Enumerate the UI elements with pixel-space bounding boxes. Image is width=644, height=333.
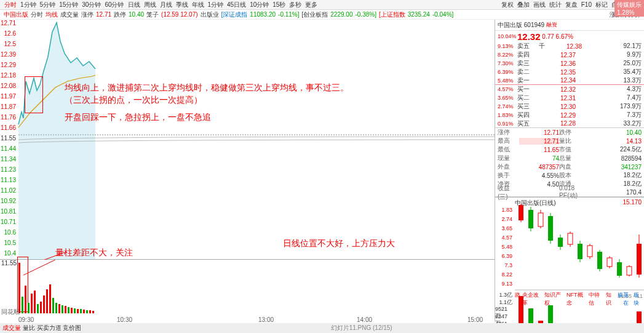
svg-rect-32: [528, 210, 533, 228]
svg-rect-15: [55, 303, 57, 313]
annotation-text-4: 日线位置不大好，上方压力大: [283, 238, 395, 249]
svg-rect-8: [34, 291, 36, 313]
svg-rect-36: [548, 216, 553, 241]
tf-item[interactable]: 1分钟: [20, 1, 36, 9]
tf-item[interactable]: 10分钟: [250, 1, 269, 9]
concept-tags[interactable]: 路 央企改革 知识产权 NFT概念 中特估 知识 媒基在板块: [515, 291, 644, 307]
tf-item[interactable]: 周线: [144, 1, 156, 9]
stock-stats: 涨停12.71跌停10.40 最高12.71量比14.13 最低11.65市值2…: [495, 128, 644, 197]
annotation-text-3: 量柱差距不大，关注: [55, 247, 133, 259]
tf-item[interactable]: 5分钟: [40, 1, 56, 9]
tf-item[interactable]: 多秒: [289, 1, 301, 9]
tab-vol[interactable]: 成交量: [2, 324, 21, 332]
mini-title: 中国出版(日线): [515, 199, 556, 207]
tf-item[interactable]: 30分钟: [82, 1, 101, 9]
svg-rect-26: [89, 310, 91, 313]
order-book: 9.13%卖五千12.3892.1万 8.22%卖四12.379.9万 7.30…: [495, 42, 644, 128]
volume-bars-svg: [0, 260, 495, 315]
sector-tag[interactable]: 传媒娱乐1.28%: [614, 0, 644, 17]
svg-rect-10: [40, 302, 42, 313]
svg-rect-25: [86, 310, 88, 313]
vol-max-label: 11.55: [1, 260, 17, 267]
volume-chart[interactable]: 量柱差距不大，关注 11.55: [0, 260, 495, 315]
bottom-status-bar: 成交量 量比 买卖力道 竞价图 幻灯片11.PNG (12/15): [0, 323, 644, 333]
svg-rect-20: [71, 308, 73, 313]
stock-header: 中国出版 601949 融资 传媒娱乐1.28%: [495, 20, 644, 31]
annotation-text-1: 均线向上，激进捕第二次上穿均线时，稳健做第三次上穿均线，事不过三。: [65, 82, 349, 94]
menu-item[interactable]: 复权: [501, 1, 514, 9]
svg-rect-52: [627, 267, 632, 275]
mini-high: 15.170: [622, 199, 642, 206]
menu-item[interactable]: 叠加: [517, 1, 530, 9]
svg-rect-27: [92, 311, 94, 313]
price-header: 10.04% 12.32 0.77 6.67%: [495, 31, 644, 42]
price-y-axis: 12.71 12.6 12.5 12.39 12.29 12.18 12.08 …: [0, 20, 17, 259]
svg-rect-23: [80, 309, 82, 313]
annotation-box-1: [25, 76, 43, 113]
price-chart[interactable]: 12.71 12.6 12.5 12.39 12.29 12.18 12.08 …: [0, 20, 495, 260]
tf-item[interactable]: 分时: [4, 1, 17, 9]
svg-rect-48: [607, 258, 612, 267]
file-label: 幻灯片11.PNG (12/15): [331, 324, 392, 332]
svg-rect-46: [597, 252, 602, 269]
tf-item[interactable]: 日线: [128, 1, 140, 9]
annotation-box-2: [17, 257, 28, 312]
tab-ratio[interactable]: 量比: [23, 324, 35, 332]
candlestick-svg: [495, 198, 644, 333]
svg-rect-21: [74, 308, 76, 313]
svg-rect-17: [62, 305, 63, 313]
svg-rect-7: [31, 294, 33, 313]
time-axis: 09:30 10:30 13:00 14:00 15:00: [0, 315, 495, 324]
tab-force[interactable]: 买卖力道: [37, 324, 62, 332]
tf-item[interactable]: 60分钟: [105, 1, 124, 9]
tf-item[interactable]: 15秒: [272, 1, 285, 9]
svg-rect-19: [68, 307, 70, 313]
svg-rect-12: [46, 289, 48, 313]
annotation-text-1b: （三次上拐的点，一次比一次提高）: [65, 95, 202, 106]
tab-auction[interactable]: 竞价图: [63, 324, 81, 332]
tf-item[interactable]: 15分钟: [59, 1, 78, 9]
svg-rect-22: [77, 309, 79, 313]
svg-rect-38: [558, 238, 563, 247]
svg-rect-54: [637, 244, 642, 275]
menu-item[interactable]: 标记: [595, 1, 608, 9]
intraday-chart-panel: 12.71 12.6 12.5 12.39 12.29 12.18 12.08 …: [0, 20, 495, 321]
svg-rect-9: [37, 304, 39, 313]
menu-item[interactable]: 统计: [549, 1, 562, 9]
tf-item[interactable]: 月线: [160, 1, 172, 9]
sym-name: 中国出版: [4, 10, 28, 19]
daily-candlestick-chart[interactable]: 中国出版(日线) 15.170 1.83 2.74 3.65 4.57 5.48…: [495, 197, 644, 333]
svg-rect-18: [65, 306, 66, 313]
quote-panel: 中国出版 601949 融资 传媒娱乐1.28% 10.04% 12.32 0.…: [495, 20, 644, 321]
timeframe-menu[interactable]: 分时 1分钟 5分钟 15分钟 30分钟 60分钟 日线 周线 月线 季线 年线…: [0, 0, 644, 10]
menu-item[interactable]: F10: [581, 1, 592, 8]
stock-info-bar: 中国出版 分时 均线 成交量 涨停 12.71 跌停 10.40 笼子 (12.…: [0, 10, 644, 20]
svg-rect-11: [43, 295, 45, 313]
svg-rect-14: [52, 298, 54, 313]
svg-rect-13: [49, 284, 51, 313]
svg-rect-42: [578, 244, 582, 259]
svg-rect-24: [83, 310, 85, 313]
svg-rect-16: [58, 304, 60, 313]
tf-item[interactable]: 年线: [192, 1, 204, 9]
tf-item[interactable]: 季线: [176, 1, 188, 9]
svg-rect-50: [617, 262, 622, 276]
tf-item[interactable]: 更多: [305, 1, 317, 9]
tf-item[interactable]: 1分钟: [208, 1, 224, 9]
menu-item[interactable]: 复盘: [565, 1, 578, 9]
annotation-text-2: 开盘回踩一下，急拉拐上，一盘不急追: [65, 112, 211, 123]
tf-item[interactable]: 45日线: [227, 1, 246, 9]
price-line-svg: [0, 20, 495, 260]
menu-item[interactable]: 画线: [533, 1, 546, 9]
svg-rect-34: [538, 213, 543, 227]
svg-rect-44: [587, 246, 592, 257]
svg-rect-40: [568, 233, 573, 244]
ths-label: 同花顺: [1, 308, 20, 316]
